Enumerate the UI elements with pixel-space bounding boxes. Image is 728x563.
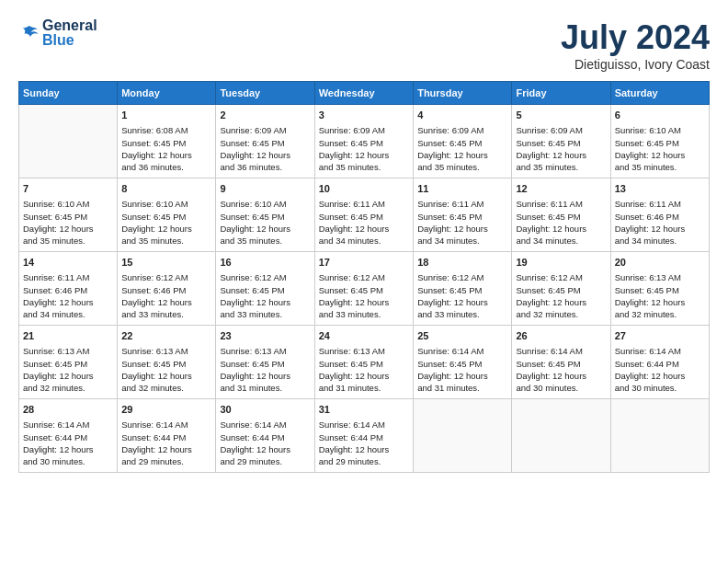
cell-text: Sunrise: 6:12 AM xyxy=(220,271,310,283)
calendar-cell: 19Sunrise: 6:12 AMSunset: 6:45 PMDayligh… xyxy=(512,252,610,326)
cell-text: Sunset: 6:45 PM xyxy=(319,211,409,223)
cell-text: Daylight: 12 hours xyxy=(121,149,211,161)
cell-text: and 33 minutes. xyxy=(220,308,310,320)
cell-text: Daylight: 12 hours xyxy=(417,223,507,235)
cell-text: and 35 minutes. xyxy=(319,161,409,173)
cell-text: Daylight: 12 hours xyxy=(417,296,507,308)
day-number: 28 xyxy=(23,403,113,417)
cell-text: Sunset: 6:45 PM xyxy=(220,137,310,149)
cell-text: Sunrise: 6:11 AM xyxy=(417,198,507,210)
cell-text: Sunset: 6:45 PM xyxy=(417,358,507,370)
cell-text: and 31 minutes. xyxy=(319,382,409,394)
cell-text: Sunset: 6:45 PM xyxy=(220,211,310,223)
cell-text: Sunset: 6:44 PM xyxy=(615,358,705,370)
cell-text: Daylight: 12 hours xyxy=(220,149,310,161)
calendar-cell: 13Sunrise: 6:11 AMSunset: 6:46 PMDayligh… xyxy=(610,178,709,252)
cell-text: Daylight: 12 hours xyxy=(615,223,705,235)
day-number: 21 xyxy=(23,329,113,343)
calendar-cell: 20Sunrise: 6:13 AMSunset: 6:45 PMDayligh… xyxy=(610,252,709,326)
calendar-cell: 5Sunrise: 6:09 AMSunset: 6:45 PMDaylight… xyxy=(512,105,610,178)
title-block: July 2024 Dietiguisso, Ivory Coast xyxy=(561,18,710,72)
cell-text: and 36 minutes. xyxy=(121,161,211,173)
cell-text: Sunset: 6:44 PM xyxy=(319,431,409,443)
cell-text: Sunrise: 6:12 AM xyxy=(516,271,606,283)
cell-text: Sunrise: 6:14 AM xyxy=(516,345,606,357)
cell-text: Daylight: 12 hours xyxy=(319,223,409,235)
calendar-cell: 27Sunrise: 6:14 AMSunset: 6:44 PMDayligh… xyxy=(610,326,709,399)
week-row-3: 14Sunrise: 6:11 AMSunset: 6:46 PMDayligh… xyxy=(19,252,710,326)
cell-text: Daylight: 12 hours xyxy=(23,370,113,382)
cell-text: Sunrise: 6:12 AM xyxy=(417,271,507,283)
day-number: 30 xyxy=(220,403,310,417)
day-number: 8 xyxy=(121,182,211,196)
cell-text: and 35 minutes. xyxy=(121,235,211,247)
cell-text: Sunset: 6:45 PM xyxy=(615,284,705,296)
cell-text: and 35 minutes. xyxy=(615,161,705,173)
cell-text: and 29 minutes. xyxy=(319,455,409,467)
cell-text: and 32 minutes. xyxy=(615,308,705,320)
day-number: 23 xyxy=(220,329,310,343)
cell-text: Daylight: 12 hours xyxy=(121,443,211,455)
cell-text: and 30 minutes. xyxy=(615,382,705,394)
week-row-1: 1Sunrise: 6:08 AMSunset: 6:45 PMDaylight… xyxy=(19,105,710,178)
cell-text: Sunrise: 6:09 AM xyxy=(417,124,507,136)
calendar-cell: 15Sunrise: 6:12 AMSunset: 6:46 PMDayligh… xyxy=(118,252,216,326)
calendar-cell: 24Sunrise: 6:13 AMSunset: 6:45 PMDayligh… xyxy=(314,326,413,399)
cell-text: Sunrise: 6:10 AM xyxy=(615,124,705,136)
calendar-cell: 25Sunrise: 6:14 AMSunset: 6:45 PMDayligh… xyxy=(414,326,512,399)
cell-text: and 31 minutes. xyxy=(220,382,310,394)
calendar-cell: 30Sunrise: 6:14 AMSunset: 6:44 PMDayligh… xyxy=(216,399,314,473)
cell-text: and 33 minutes. xyxy=(417,308,507,320)
cell-text: and 31 minutes. xyxy=(417,382,507,394)
day-number: 25 xyxy=(417,329,507,343)
cell-text: Sunrise: 6:10 AM xyxy=(23,198,113,210)
calendar-cell: 11Sunrise: 6:11 AMSunset: 6:45 PMDayligh… xyxy=(414,178,512,252)
cell-text: and 35 minutes. xyxy=(220,235,310,247)
cell-text: Daylight: 12 hours xyxy=(417,370,507,382)
cell-text: Daylight: 12 hours xyxy=(319,443,409,455)
calendar-table: SundayMondayTuesdayWednesdayThursdayFrid… xyxy=(18,81,710,473)
cell-text: and 32 minutes. xyxy=(121,382,211,394)
calendar-header: SundayMondayTuesdayWednesdayThursdayFrid… xyxy=(19,82,710,105)
calendar-cell: 10Sunrise: 6:11 AMSunset: 6:45 PMDayligh… xyxy=(314,178,413,252)
day-number: 15 xyxy=(121,256,211,270)
cell-text: Sunrise: 6:13 AM xyxy=(220,345,310,357)
week-row-2: 7Sunrise: 6:10 AMSunset: 6:45 PMDaylight… xyxy=(19,178,710,252)
day-number: 26 xyxy=(516,329,606,343)
cell-text: Sunrise: 6:11 AM xyxy=(23,271,113,283)
location: Dietiguisso, Ivory Coast xyxy=(561,57,710,72)
cell-text: Sunrise: 6:09 AM xyxy=(220,124,310,136)
cell-text: Sunset: 6:44 PM xyxy=(121,431,211,443)
cell-text: and 34 minutes. xyxy=(23,308,113,320)
cell-text: Sunrise: 6:14 AM xyxy=(615,345,705,357)
cell-text: Sunrise: 6:08 AM xyxy=(121,124,211,136)
cell-text: Sunset: 6:45 PM xyxy=(121,358,211,370)
cell-text: Sunset: 6:46 PM xyxy=(615,211,705,223)
cell-text: Sunrise: 6:13 AM xyxy=(121,345,211,357)
day-number: 4 xyxy=(417,109,507,122)
calendar-cell: 21Sunrise: 6:13 AMSunset: 6:45 PMDayligh… xyxy=(19,326,118,399)
calendar-cell xyxy=(512,399,610,473)
day-number: 19 xyxy=(516,256,606,270)
day-number: 1 xyxy=(121,109,211,122)
calendar-body: 1Sunrise: 6:08 AMSunset: 6:45 PMDaylight… xyxy=(19,105,710,473)
day-header-thursday: Thursday xyxy=(414,82,512,105)
cell-text: Daylight: 12 hours xyxy=(615,296,705,308)
cell-text: and 34 minutes. xyxy=(615,235,705,247)
day-number: 3 xyxy=(319,109,409,122)
cell-text: and 33 minutes. xyxy=(319,308,409,320)
day-number: 17 xyxy=(319,256,409,270)
cell-text: Sunrise: 6:13 AM xyxy=(319,345,409,357)
cell-text: Sunset: 6:45 PM xyxy=(615,137,705,149)
cell-text: and 33 minutes. xyxy=(121,308,211,320)
cell-text: Sunset: 6:45 PM xyxy=(319,137,409,149)
calendar-cell: 23Sunrise: 6:13 AMSunset: 6:45 PMDayligh… xyxy=(216,326,314,399)
cell-text: Daylight: 12 hours xyxy=(220,443,310,455)
day-header-friday: Friday xyxy=(512,82,610,105)
cell-text: and 35 minutes. xyxy=(516,161,606,173)
cell-text: Sunrise: 6:14 AM xyxy=(220,419,310,431)
cell-text: Sunset: 6:45 PM xyxy=(516,211,606,223)
cell-text: Sunset: 6:45 PM xyxy=(417,137,507,149)
cell-text: and 29 minutes. xyxy=(220,455,310,467)
cell-text: Sunset: 6:44 PM xyxy=(220,431,310,443)
